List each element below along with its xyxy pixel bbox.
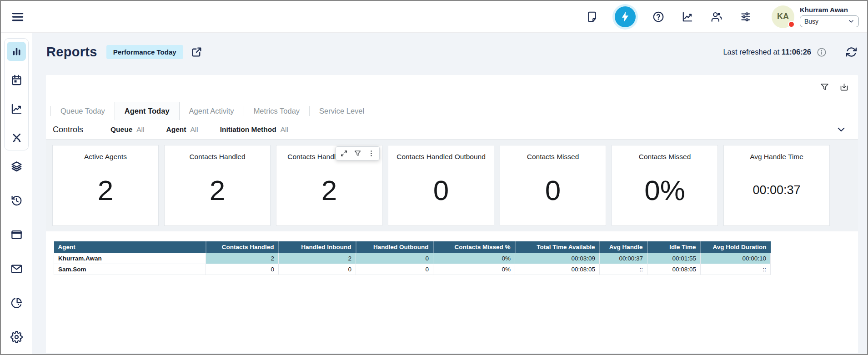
tab-service-level[interactable]: Service Level: [310, 102, 374, 120]
topbar-actions: KA Khurram Awan Busy: [586, 4, 859, 30]
collapse-chevron-icon[interactable]: [836, 125, 846, 135]
cell: 0: [356, 253, 433, 264]
cell: 00:08:05: [647, 264, 701, 275]
kpi-title: Active Agents: [84, 153, 127, 161]
cell: 2: [206, 253, 279, 264]
col-total-time-available[interactable]: Total Time Available: [515, 241, 600, 253]
col-avg-hold-duration[interactable]: Avg Hold Duration: [701, 241, 771, 253]
line-chart-icon: [10, 103, 23, 115]
agent-table-wrap: Agent Contacts Handled Handled Inbound H…: [46, 231, 858, 275]
filter-icon[interactable]: [820, 82, 829, 92]
cell: 00:08:05: [515, 264, 600, 275]
kpi-value: 0: [545, 161, 561, 225]
kpi-value: 2: [98, 161, 113, 225]
sidebar-item-analytics[interactable]: [7, 99, 26, 118]
filter-initiation-method-value: All: [281, 125, 288, 134]
kpi-title: Contacts Missed: [527, 153, 579, 161]
agent-table: Agent Contacts Handled Handled Inbound H…: [54, 241, 771, 275]
menu-icon[interactable]: [11, 10, 25, 24]
card-tools: [820, 82, 849, 92]
kpi-avg-handle-time: Avg Handle Time 00:00:37: [723, 145, 830, 226]
cell: 2: [279, 253, 356, 264]
help-icon[interactable]: [652, 11, 664, 23]
cell: 0: [356, 264, 433, 275]
refresh-icon[interactable]: [846, 46, 857, 58]
realtime-bolt-button[interactable]: [612, 4, 638, 30]
kpi-hover-toolbar: [336, 146, 380, 160]
col-avg-handle[interactable]: Avg Handle: [600, 241, 647, 253]
filter-queue[interactable]: Queue All: [110, 125, 144, 134]
sidebar-nav-group: [4, 38, 29, 150]
col-idle-time[interactable]: Idle Time: [647, 241, 701, 253]
sidebar-item-mail[interactable]: [7, 259, 26, 278]
top-bar: KA Khurram Awan Busy: [1, 1, 867, 33]
agent-name-cell: Sam.Som: [54, 264, 206, 275]
cell: 0%: [433, 253, 515, 264]
tab-queue-today[interactable]: Queue Today: [51, 102, 115, 120]
notes-icon[interactable]: [586, 11, 598, 23]
filter-queue-value: All: [136, 125, 144, 134]
sidebar-item-schedule[interactable]: [7, 70, 26, 90]
sidebar-item-layers[interactable]: [7, 157, 26, 176]
col-contacts-missed-pct[interactable]: Contacts Missed %: [433, 241, 515, 253]
kpi-value: 0: [433, 161, 449, 225]
user-info: Khurram Awan Busy: [800, 6, 859, 27]
calendar-icon: [10, 74, 23, 86]
left-sidebar: [1, 33, 32, 354]
avatar[interactable]: KA: [772, 5, 794, 28]
filter-agent[interactable]: Agent All: [166, 125, 198, 134]
expand-icon[interactable]: [340, 150, 348, 157]
kpi-value: 0%: [644, 161, 685, 225]
refresh-area: Last refreshed at 11:06:26: [723, 46, 857, 58]
tab-agent-today[interactable]: Agent Today: [115, 102, 180, 120]
col-handled-outbound[interactable]: Handled Outbound: [356, 241, 433, 253]
history-icon: [10, 195, 23, 207]
col-agent[interactable]: Agent: [54, 241, 206, 253]
realtime-bolt-icon: [615, 6, 636, 27]
info-icon[interactable]: [817, 47, 827, 57]
kpi-contacts-missed-pct: Contacts Missed 0%: [612, 145, 718, 226]
open-in-new-icon[interactable]: [191, 46, 202, 58]
last-refreshed-label: Last refreshed at: [723, 48, 779, 56]
sidebar-item-history[interactable]: [7, 191, 26, 210]
gear-icon: [10, 331, 23, 343]
main-area: Reports Performance Today Last refreshed…: [32, 33, 867, 354]
status-dot: [788, 21, 795, 28]
kebab-menu-icon[interactable]: [367, 150, 375, 157]
filter-initiation-method-label: Initiation Method: [220, 125, 276, 134]
download-icon[interactable]: [839, 82, 849, 92]
user-name: Khurram Awan: [800, 6, 859, 14]
filter-icon[interactable]: [354, 150, 361, 157]
metrics-icon[interactable]: [682, 11, 693, 23]
contacts-icon[interactable]: [711, 11, 722, 23]
table-header-row: Agent Contacts Handled Handled Inbound H…: [54, 241, 771, 253]
cell: 00:03:09: [515, 253, 600, 264]
cell: 00:00:10: [701, 253, 771, 264]
sidebar-item-settings[interactable]: [7, 327, 26, 346]
preferences-icon[interactable]: [740, 11, 752, 23]
sidebar-item-window[interactable]: [7, 225, 26, 244]
kpi-title: Contacts Missed: [639, 153, 691, 161]
filter-initiation-method[interactable]: Initiation Method All: [220, 125, 288, 134]
cell: ::: [701, 264, 771, 275]
kpi-contacts-handled: Contacts Handled 2: [164, 145, 271, 226]
controls-title: Controls: [53, 125, 83, 135]
tab-metrics-today[interactable]: Metrics Today: [244, 102, 309, 120]
table-row[interactable]: Khurram.Awan 2 2 0 0% 00:03:09 00:00:37 …: [54, 253, 771, 264]
status-select[interactable]: Busy: [800, 15, 859, 27]
report-badge: Performance Today: [106, 45, 183, 59]
col-contacts-handled[interactable]: Contacts Handled: [206, 241, 279, 253]
cell: 00:01:55: [647, 253, 701, 264]
sidebar-item-design[interactable]: [7, 128, 26, 147]
kpi-value: 2: [210, 161, 225, 225]
sidebar-item-pie[interactable]: [7, 293, 26, 312]
sidebar-item-reports[interactable]: [7, 42, 26, 61]
status-value: Busy: [804, 18, 818, 25]
last-refreshed-time: 11:06:26: [782, 48, 811, 56]
report-card: Queue Today Agent Today Agent Activity M…: [46, 75, 858, 353]
col-handled-inbound[interactable]: Handled Inbound: [279, 241, 356, 253]
kpi-title: Contacts Handled Outbound: [396, 153, 486, 161]
cell: 0%: [433, 264, 515, 275]
table-row[interactable]: Sam.Som 0 0 0 0% 00:08:05 :: 00:08:05 ::: [54, 264, 771, 275]
tab-agent-activity[interactable]: Agent Activity: [180, 102, 244, 120]
